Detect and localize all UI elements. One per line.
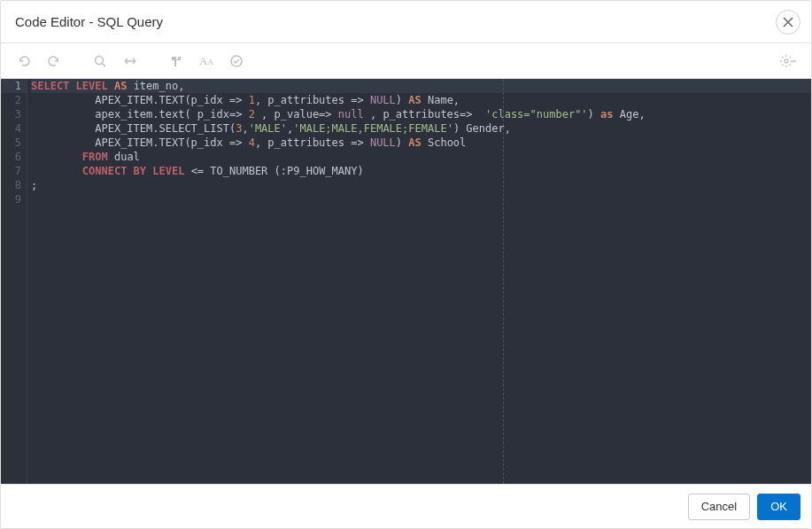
- line-number: 5: [1, 136, 27, 150]
- code-line[interactable]: APEX_ITEM.TEXT(p_idx => 1, p_attributes …: [31, 93, 811, 107]
- redo-icon: [47, 54, 61, 68]
- code-line[interactable]: SELECT LEVEL AS item_no,: [31, 79, 811, 93]
- arrows-h-icon: [123, 54, 137, 68]
- line-number: 1: [1, 79, 27, 93]
- code-line[interactable]: apex_item.text( p_idx=> 2 , p_value=> nu…: [31, 107, 811, 121]
- undo-button[interactable]: [10, 47, 38, 75]
- check-circle-icon: [229, 54, 244, 68]
- code-line[interactable]: CONNECT BY LEVEL <= TO_NUMBER (:P9_HOW_M…: [31, 164, 811, 178]
- gear-icon: [779, 54, 797, 68]
- line-number: 6: [1, 150, 27, 164]
- close-button[interactable]: [776, 10, 800, 35]
- code-editor[interactable]: 123456789 SELECT LEVEL AS item_no, APEX_…: [1, 79, 811, 484]
- svg-point-2: [785, 59, 788, 63]
- line-number: 3: [1, 107, 27, 121]
- hammer-icon: [169, 54, 183, 68]
- validate-button[interactable]: [222, 47, 251, 75]
- line-number: 9: [1, 192, 27, 206]
- code-editor-dialog: Code Editor - SQL Query AA: [0, 0, 812, 529]
- close-icon: [783, 17, 793, 27]
- code-line[interactable]: ;: [31, 178, 811, 192]
- find-button[interactable]: [86, 47, 114, 75]
- dialog-footer: Cancel OK: [1, 484, 811, 528]
- code-line[interactable]: APEX_ITEM.TEXT(p_idx => 4, p_attributes …: [31, 136, 811, 150]
- indent-button[interactable]: [162, 47, 190, 75]
- svg-point-0: [96, 56, 104, 64]
- code-area[interactable]: SELECT LEVEL AS item_no, APEX_ITEM.TEXT(…: [27, 79, 811, 484]
- line-number: 7: [1, 164, 27, 178]
- search-icon: [93, 54, 107, 68]
- cancel-button[interactable]: Cancel: [688, 494, 750, 520]
- autocomplete-button[interactable]: [116, 47, 144, 75]
- ok-button[interactable]: OK: [757, 494, 800, 520]
- line-number: 8: [1, 178, 27, 192]
- dialog-title: Code Editor - SQL Query: [15, 14, 776, 29]
- dialog-header: Code Editor - SQL Query: [1, 1, 811, 43]
- font-button[interactable]: AA: [192, 47, 220, 75]
- editor-toolbar: AA: [1, 43, 811, 79]
- font-icon: AA: [199, 54, 213, 68]
- undo-icon: [17, 54, 31, 68]
- redo-button[interactable]: [40, 47, 68, 75]
- line-gutter: 123456789: [1, 79, 27, 484]
- line-number: 4: [1, 121, 27, 136]
- settings-button[interactable]: [774, 47, 802, 75]
- code-line[interactable]: [31, 192, 811, 206]
- code-line[interactable]: APEX_ITEM.SELECT_LIST(3,'MALE','MALE;MAL…: [31, 121, 811, 136]
- line-number: 2: [1, 93, 27, 107]
- code-line[interactable]: FROM dual: [31, 150, 811, 164]
